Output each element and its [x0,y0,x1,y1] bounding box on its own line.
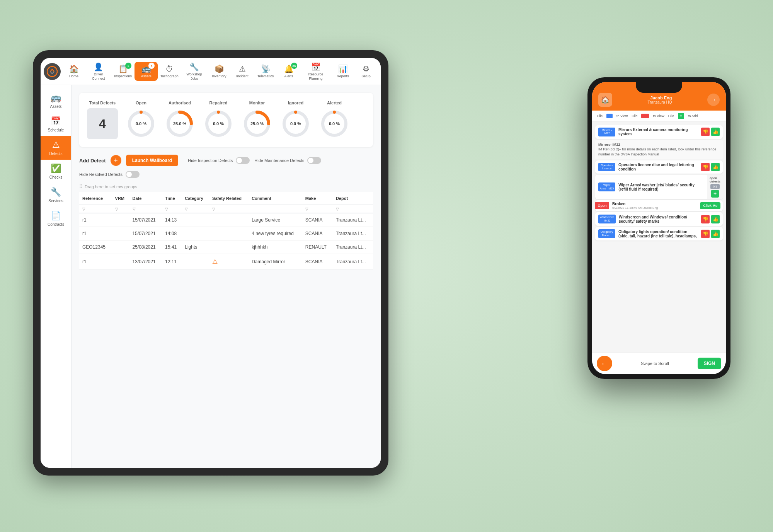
filter-vrm-icon[interactable]: ▽ [115,207,118,211]
nav-item-assets[interactable]: 5 🚌 Assets [135,62,158,81]
sidebar-item-assets[interactable]: 🚌 Assets [41,89,71,113]
thumb-up-windscreen-button[interactable]: 👍 [711,215,720,223]
thumb-up-operators-button[interactable]: 👍 [711,163,720,171]
authorised-label: Authorised [169,101,191,105]
table-row[interactable]: r1 15/07/2021 14:13 Large Service SCANIA… [79,213,373,227]
repaired-pct: 0.0 % [213,121,224,126]
add-defect-label: Add Defect [79,158,106,164]
phone-item-title-windscreen: Windscreen and Windows/ condition/ secur… [619,215,698,223]
cell-category: Lights [182,240,209,254]
thumb-down-operators-button[interactable]: 👎 [701,163,710,171]
sidebar-item-services[interactable]: 🔧 Services [41,183,71,207]
nav-item-alerts[interactable]: 26 🔔 Alerts [277,62,300,81]
phone-screen: 🏠 Jacob Eng Tranzaura HQ → Clic to View … [592,82,726,374]
sidebar-checks-label: Checks [49,175,62,179]
driver-connect-icon: 👤 [94,62,103,72]
nav-item-setup[interactable]: ⚙ Setup [354,62,378,81]
launch-wallboard-button[interactable]: Launch Wallboard [126,155,179,166]
nav-item-driver-connect[interactable]: 👤 Driver Connect [85,60,111,83]
add-defect-wiper-button[interactable]: + [711,190,719,198]
filter-date-icon[interactable]: ▽ [133,207,136,211]
phone-list-item[interactable]: Windscreen-IM22 Windscreen and Windows/ … [595,212,723,226]
table-row[interactable]: r1 13/07/2021 12:11 ⚠ Damaged Mirror SCA… [79,254,373,269]
table-row[interactable]: r1 15/07/2021 14:08 4 new tyres required… [79,227,373,240]
incident-icon: ⚠ [239,64,246,73]
phone-home-button[interactable]: 🏠 [598,93,612,107]
sidebar-schedule-label: Schedule [48,128,64,132]
nav-item-home[interactable]: 🏠 Home [62,62,85,81]
filter-depot-icon[interactable]: ▽ [336,207,339,211]
sidebar-item-schedule[interactable]: 📅 Schedule [41,113,71,136]
filter-make-icon[interactable]: ▽ [305,207,308,211]
phone-item-tag-obligatory: ObligatoryMarks... [598,229,615,238]
col-make: Make [302,192,333,205]
phone-exit-button[interactable]: → [707,94,720,106]
phone-back-button[interactable]: ← [597,356,612,371]
add-defect-button[interactable]: + [111,155,121,166]
thumb-down-button[interactable]: 👎 [701,128,710,136]
phone-sign-button[interactable]: SIGN [698,358,721,369]
ignored-label: Ignored [288,101,303,105]
filter-safety-icon[interactable]: ▽ [212,207,215,211]
sidebar-item-defects[interactable]: ⚠ Defects [41,136,71,160]
nav-item-inspections[interactable]: 3 📋 Inspections [111,62,135,81]
phone-list-item[interactable]: ObligatoryMarks... Obligatory lights ope… [595,227,723,240]
cell-reference: GEO12345 [79,240,112,254]
cell-time: 14:08 [162,227,182,240]
hide-maintenance-toggle[interactable] [307,157,321,164]
filter-reference-icon[interactable]: ▽ [82,207,85,211]
thumb-down-windscreen-button[interactable]: 👎 [701,215,710,223]
nav-item-inventory[interactable]: 📦 Inventory [208,62,231,81]
defects-table: Reference VRM Date Time Category Safety … [79,192,373,269]
hide-inspection-toggle[interactable] [236,157,250,164]
thumb-down-obligatory-button[interactable]: 👎 [701,230,710,238]
phone-list-item[interactable]: OperatorsLicence Operators licence disc … [595,160,723,174]
cell-depot: Tranzaura Lt... [333,240,373,254]
alerted-donut: 0.0 % [319,108,350,139]
sidebar-item-contracts[interactable]: 📄 Contracts [41,207,71,230]
phone-item-actions-obligatory: 👎 👍 [701,230,720,238]
alerted-label: Alerted [327,101,342,105]
app-logo[interactable] [44,63,61,80]
nav-label-driver-connect: Driver Connect [89,72,107,81]
thumb-up-button[interactable]: 👍 [711,128,720,136]
workshop-jobs-icon: 🔧 [189,62,199,72]
stats-row: Total Defects 4 Open 0.0 % [79,93,373,147]
phone-item-actions: 👎 👍 [701,128,720,136]
sidebar-checks-icon: ✅ [51,164,61,174]
hide-resolved-toggle[interactable] [126,171,140,178]
click-me-button[interactable]: Click Me [700,202,720,209]
resource-planning-icon: 📅 [311,62,321,72]
nav-item-tachograph[interactable]: ⏱ Tachograph [158,62,181,81]
cell-time: 12:11 [162,254,182,269]
stat-authorised: Authorised 25.0 % [164,101,195,139]
drag-hint-text: Drag here to set row groups [85,184,137,189]
col-reference: Reference [79,192,112,205]
sidebar-item-checks[interactable]: ✅ Checks [41,160,71,183]
reports-icon: 📊 [338,64,348,73]
nav-item-telematics[interactable]: 📡 Telematics [254,62,277,81]
legend-blue-icon [606,114,613,118]
nav-item-workshop-jobs[interactable]: 🔧 Workshop Jobs [181,60,208,83]
phone-list-item-wiper[interactable]: WiperArms- IM25 Wiper Arms/ washer jets/… [595,175,723,199]
hide-inspection-label: Hide Inspection Defects [188,158,233,163]
table-row[interactable]: GEO12345 25/08/2021 15:41 Lights kjhhhkh… [79,240,373,254]
sidebar-contracts-icon: 📄 [51,211,61,221]
thumb-up-obligatory-button[interactable]: 👍 [711,230,720,238]
cell-time: 14:13 [162,213,182,227]
cell-depot: Tranzaura Lt... [333,213,373,227]
home-icon: 🏠 [69,64,79,73]
cell-reference: r1 [79,254,112,269]
nav-item-reports[interactable]: 📊 Reports [331,62,354,81]
filter-category-icon[interactable]: ▽ [185,207,188,211]
nav-item-resource-planning[interactable]: 📅 Resource Planning [300,60,331,83]
alerted-pct: 0.0 % [329,121,340,126]
cell-comment: Damaged Mirror [249,254,302,269]
nav-item-incident[interactable]: ⚠ Incident [231,62,254,81]
cell-category [182,227,209,240]
toolbar-divider [183,157,183,164]
phone-list-item[interactable]: Mirrors -IM22 Mirrors External & camera … [595,125,723,139]
phone-open-defect-item[interactable]: Open Broken 5/2/2023 11:38:49 AM Jacob E… [595,200,723,211]
nav-label-tachograph: Tachograph [160,74,179,78]
filter-time-icon[interactable]: ▽ [165,207,168,211]
